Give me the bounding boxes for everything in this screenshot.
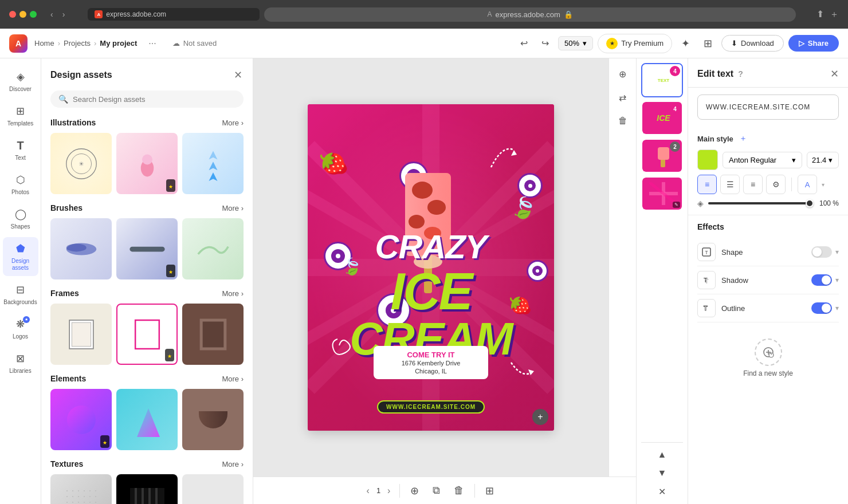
sidebar-item-templates[interactable]: ⊞ Templates xyxy=(3,100,38,132)
shadow-toggle[interactable] xyxy=(811,274,832,286)
canvas-overlay-tool-2[interactable]: ⇄ xyxy=(615,89,630,107)
sidebar-item-text[interactable]: T Text xyxy=(3,134,38,166)
textures-more[interactable]: More › xyxy=(222,460,244,468)
delete-page-button[interactable]: 🗑 xyxy=(450,481,468,500)
elements-more[interactable]: More › xyxy=(222,375,244,383)
effect-row-outline[interactable]: T Outline ▾ xyxy=(697,294,839,322)
outline-expand-icon[interactable]: ▾ xyxy=(835,304,839,312)
search-input[interactable] xyxy=(73,95,235,104)
layer-item-1[interactable]: TEXT 4 xyxy=(641,63,683,97)
texture-item-1[interactable] xyxy=(50,474,112,504)
layer-item-3[interactable]: 2 xyxy=(641,139,683,173)
opacity-slider[interactable] xyxy=(708,202,814,204)
brush-item-1[interactable] xyxy=(50,218,112,279)
browser-url-bar[interactable]: A express.adobe.com 🔒 xyxy=(264,7,796,22)
align-right-button[interactable]: ≡ xyxy=(743,175,763,194)
app-logo[interactable]: A xyxy=(9,34,28,53)
maximize-window-button[interactable] xyxy=(30,11,37,18)
frame-item-3[interactable] xyxy=(182,304,244,365)
layer-item-4[interactable]: ✎ xyxy=(641,176,683,211)
layer-close-button[interactable]: ✕ xyxy=(656,484,668,499)
sidebar-item-backgrounds[interactable]: ⊟ Backgrounds xyxy=(3,278,38,310)
home-link[interactable]: Home xyxy=(34,39,54,48)
font-color-swatch[interactable] xyxy=(697,149,718,170)
sidebar-item-shapes[interactable]: ◯ Shapes xyxy=(3,203,38,235)
try-premium-button[interactable]: ★ Try Premium xyxy=(598,34,672,53)
projects-link[interactable]: Projects xyxy=(64,39,91,48)
texture-item-3[interactable] xyxy=(182,474,244,504)
shadow-expand-icon[interactable]: ▾ xyxy=(835,276,839,284)
find-new-style-button[interactable] xyxy=(755,338,782,366)
more-options-button[interactable]: ··· xyxy=(144,36,160,51)
panel-close-button[interactable]: ✕ xyxy=(233,68,244,82)
search-box[interactable]: 🔍 xyxy=(50,90,244,108)
svg-rect-15 xyxy=(202,321,223,347)
texture-item-2[interactable] xyxy=(116,474,178,504)
text-style-button[interactable]: A xyxy=(798,175,817,194)
share-browser-icon[interactable]: ⬆ xyxy=(816,9,824,21)
redo-button[interactable]: ↪ xyxy=(537,34,553,52)
brushes-more[interactable]: More › xyxy=(222,204,244,212)
brush-item-3[interactable] xyxy=(182,218,244,279)
browser-forward-button[interactable]: › xyxy=(60,7,68,21)
share-button[interactable]: ▷ Share xyxy=(788,35,839,52)
illustration-item-3[interactable] xyxy=(182,133,244,194)
canvas-add-element-button[interactable]: + xyxy=(532,409,548,425)
element-item-2[interactable] xyxy=(116,389,178,450)
outline-toggle[interactable] xyxy=(811,302,832,314)
text-preview-box[interactable]: WWW.ICECREAM.SITE.COM xyxy=(697,94,839,120)
layer-down-button[interactable]: ▼ xyxy=(655,466,669,481)
effect-row-shadow[interactable]: TT Shadow ▾ xyxy=(697,266,839,294)
browser-back-button[interactable]: ‹ xyxy=(48,7,56,21)
sidebar-item-libraries[interactable]: ⊠ Libraries xyxy=(3,347,38,379)
url-text: express.adobe.com xyxy=(495,10,560,19)
new-tab-icon[interactable]: ＋ xyxy=(830,9,839,21)
layer-item-2[interactable]: ICE 4 xyxy=(641,101,683,135)
download-button[interactable]: ⬇ Download xyxy=(721,35,784,52)
element-item-3[interactable] xyxy=(182,389,244,450)
effect-row-shape[interactable]: T Shape ▾ xyxy=(697,238,839,266)
illustrations-more[interactable]: More › xyxy=(222,119,244,127)
illustration-item-1[interactable]: ☀ xyxy=(50,133,112,194)
svg-rect-22 xyxy=(148,488,151,505)
canvas-image[interactable]: 🍓 🍃 🍓 🍃 CRAZY ICE CREAM xyxy=(308,104,554,431)
browser-tab[interactable]: A express.adobe.com xyxy=(88,8,260,21)
add-style-button[interactable]: ＋ xyxy=(739,133,747,144)
font-size-input[interactable]: 21.4 ▾ xyxy=(807,152,839,168)
brush-item-2[interactable]: ★ xyxy=(116,218,178,279)
grid-view-button[interactable]: ⊞ xyxy=(699,34,717,53)
element-item-1[interactable]: ★ xyxy=(50,389,112,450)
edit-panel-close-button[interactable]: ✕ xyxy=(830,68,839,80)
shape-toggle[interactable] xyxy=(811,246,832,258)
frame-item-1[interactable] xyxy=(50,304,112,365)
canvas-overlay-delete[interactable]: 🗑 xyxy=(615,112,631,129)
sidebar-item-design-assets[interactable]: ⬟ Design assets xyxy=(3,237,38,276)
magic-wand-button[interactable]: ✦ xyxy=(677,34,694,53)
duplicate-page-button[interactable]: ⧉ xyxy=(429,481,443,500)
frame-item-2[interactable]: ★ xyxy=(116,304,178,365)
canvas-overlay-tool-1[interactable]: ⊕ xyxy=(615,65,630,83)
undo-button[interactable]: ↩ xyxy=(516,34,532,52)
premium-label: Try Premium xyxy=(621,39,664,48)
align-center-button[interactable]: ☰ xyxy=(720,175,740,194)
prev-page-button[interactable]: ‹ xyxy=(364,483,372,498)
sidebar-item-logos[interactable]: ❋★ Logos xyxy=(3,313,38,345)
align-left-button[interactable]: ≡ xyxy=(697,175,717,194)
photos-icon: ⬡ xyxy=(14,173,28,187)
minimize-window-button[interactable] xyxy=(19,11,26,18)
poster: 🍓 🍃 🍓 🍃 CRAZY ICE CREAM xyxy=(308,104,554,431)
help-icon[interactable]: ? xyxy=(738,69,743,78)
illustration-item-2[interactable]: ★ xyxy=(116,133,178,194)
sidebar-item-discover[interactable]: ◈ Discover xyxy=(3,65,38,97)
add-page-button[interactable]: ⊕ xyxy=(407,481,422,501)
close-window-button[interactable] xyxy=(9,11,16,18)
grid-pages-button[interactable]: ⊞ xyxy=(482,481,497,501)
text-settings-button[interactable]: ⚙ xyxy=(766,175,786,194)
shape-expand-icon[interactable]: ▾ xyxy=(835,248,839,256)
layer-up-button[interactable]: ▲ xyxy=(655,447,669,462)
zoom-control[interactable]: 50% ▾ xyxy=(558,36,593,50)
next-page-button[interactable]: › xyxy=(385,483,392,498)
font-family-select[interactable]: Anton Regular ▾ xyxy=(723,152,802,168)
sidebar-item-photos[interactable]: ⬡ Photos xyxy=(3,168,38,200)
frames-more[interactable]: More › xyxy=(222,289,244,298)
